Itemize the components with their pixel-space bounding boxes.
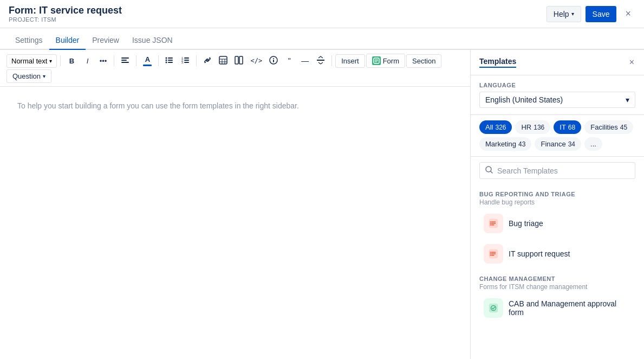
template-it-support[interactable]: IT support request (475, 239, 640, 269)
bold-button[interactable]: B (64, 53, 79, 68)
help-button[interactable]: Help ▾ (547, 6, 581, 22)
divider-icon: — (301, 56, 309, 65)
color-button[interactable]: A (140, 53, 155, 68)
question-arrow: ▾ (43, 73, 45, 79)
project-label: PROJECT: ITSM (9, 16, 122, 23)
form-label: Form (383, 57, 399, 65)
svg-rect-0 (121, 57, 129, 59)
tab-preview[interactable]: Preview (86, 31, 126, 50)
bullet-list-button[interactable] (162, 53, 177, 68)
category-finance[interactable]: Finance 34 (535, 137, 581, 151)
tab-issue-json[interactable]: Issue JSON (126, 31, 179, 50)
expand-icon (316, 56, 325, 66)
top-bar: Form: IT service request PROJECT: ITSM H… (0, 0, 644, 28)
text-format-group: B I ••• (64, 53, 110, 68)
toolbar-sep-4 (158, 55, 159, 66)
normal-text-dropdown[interactable]: Normal text ▾ (6, 54, 57, 68)
bug-triage-icon (484, 214, 503, 233)
svg-point-7 (166, 61, 167, 63)
bug-group-desc: Handle bug reports (479, 198, 635, 206)
toolbar-sep-1 (60, 55, 61, 66)
category-all[interactable]: All 326 (479, 120, 512, 134)
language-section: LANGUAGE English (United States) ▾ (471, 75, 644, 115)
tab-builder[interactable]: Builder (49, 31, 86, 50)
svg-point-23 (273, 58, 274, 59)
svg-point-35 (490, 225, 491, 226)
it-support-icon (484, 244, 503, 264)
svg-point-33 (490, 221, 491, 222)
toolbar-sep-5 (196, 55, 197, 66)
category-hr[interactable]: HR 136 (515, 120, 550, 134)
form-title-block: Form: IT service request PROJECT: ITSM (9, 5, 122, 23)
svg-rect-6 (168, 60, 173, 61)
question-button[interactable]: Question ▾ (6, 69, 51, 83)
quote-icon: " (288, 56, 291, 65)
bug-triage-name: Bug triage (509, 219, 543, 228)
category-marketing[interactable]: Marketing 43 (479, 137, 531, 151)
search-input[interactable] (497, 166, 629, 175)
normal-text-label: Normal text (11, 57, 47, 65)
category-it[interactable]: IT 68 (554, 120, 581, 134)
help-label: Help (554, 10, 569, 18)
section-button[interactable]: Section (406, 54, 441, 68)
category-facilities[interactable]: Facilities 45 (584, 120, 633, 134)
svg-rect-15 (219, 56, 227, 64)
color-icon: A (143, 55, 152, 66)
template-cab-approval[interactable]: CAB and Management approval form (475, 293, 640, 323)
svg-point-3 (166, 57, 167, 59)
form-icon (372, 56, 381, 65)
language-dropdown-arrow: ▾ (626, 95, 629, 104)
link-button[interactable] (200, 53, 215, 68)
change-group-title: CHANGE MANAGEMENT (479, 275, 635, 282)
search-box (479, 162, 635, 179)
normal-text-arrow: ▾ (49, 58, 52, 64)
code-icon: </> (250, 57, 262, 65)
svg-rect-1 (121, 60, 127, 61)
question-label: Question (12, 72, 41, 80)
align-button[interactable] (118, 53, 133, 68)
expand-button[interactable] (313, 53, 328, 68)
numbered-list-button[interactable]: 1.2.3. (178, 53, 193, 68)
templates-list: BUG REPORTING AND TRIAGE Handle bug repo… (471, 184, 644, 359)
template-group-change-header: CHANGE MANAGEMENT Forms for ITSM change … (471, 269, 644, 293)
list-group: 1.2.3. (162, 53, 193, 68)
search-icon (485, 166, 493, 175)
insert-button[interactable]: Insert (335, 54, 365, 68)
template-group-change: CHANGE MANAGEMENT Forms for ITSM change … (471, 269, 644, 323)
layout-button[interactable] (231, 53, 246, 68)
top-actions: Help ▾ Save × (547, 6, 635, 22)
toolbar-sep-3 (136, 55, 136, 66)
svg-rect-8 (168, 62, 173, 63)
language-select[interactable]: English (United States) ▾ (479, 92, 635, 108)
sidebar-header: Templates × (471, 50, 644, 75)
close-button[interactable]: × (621, 6, 635, 22)
quote-button[interactable]: " (282, 53, 297, 68)
save-button[interactable]: Save (586, 6, 617, 22)
form-button[interactable]: Form (366, 54, 405, 68)
info-button[interactable] (266, 53, 281, 68)
table-button[interactable] (216, 53, 231, 68)
italic-button[interactable]: I (80, 53, 95, 68)
svg-rect-24 (273, 60, 274, 62)
editor-area: Normal text ▾ B I ••• (0, 50, 471, 359)
cab-approval-icon (484, 298, 503, 318)
template-bug-triage[interactable]: Bug triage (475, 208, 640, 239)
toolbar-sep-2 (114, 55, 114, 66)
svg-rect-10 (184, 57, 189, 59)
code-button[interactable]: </> (247, 53, 265, 68)
info-icon (269, 56, 278, 66)
category-tags: All 326 HR 136 IT 68 Facilities 45 Marke… (479, 120, 635, 151)
italic-icon: I (87, 57, 89, 65)
svg-rect-2 (121, 62, 129, 63)
tab-settings[interactable]: Settings (9, 31, 49, 50)
close-sidebar-button[interactable]: × (628, 56, 635, 68)
language-value: English (United States) (485, 95, 563, 104)
svg-point-38 (490, 253, 491, 254)
change-group-desc: Forms for ITSM change management (479, 283, 635, 291)
svg-rect-25 (317, 60, 324, 61)
divider-button[interactable]: — (297, 53, 313, 68)
editor-content[interactable]: To help you start building a form you ca… (0, 87, 470, 359)
nav-tabs: Settings Builder Preview Issue JSON (0, 28, 644, 50)
category-more[interactable]: ... (584, 137, 602, 151)
more-format-button[interactable]: ••• (95, 53, 110, 68)
